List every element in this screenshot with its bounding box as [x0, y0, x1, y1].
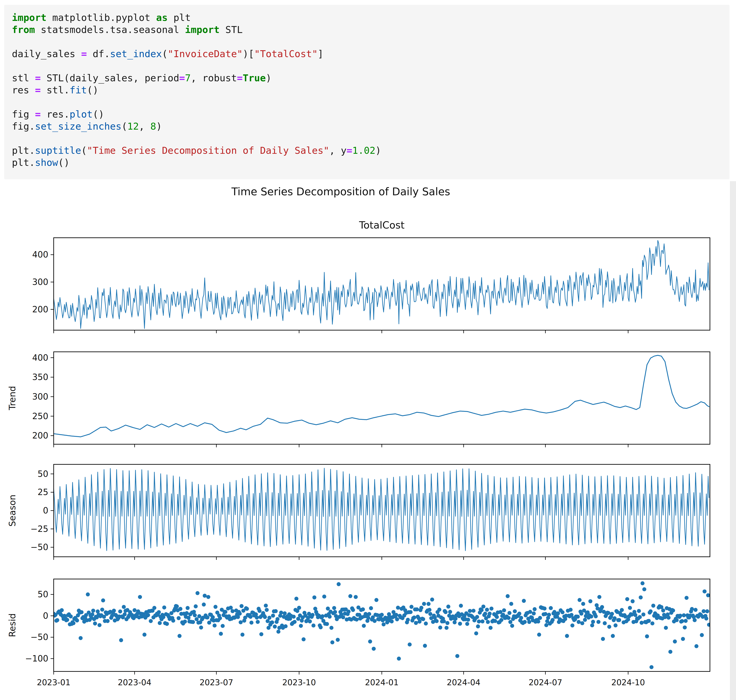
resid-point [194, 604, 198, 608]
resid-point [185, 611, 189, 615]
resid-point [294, 597, 298, 601]
resid-point [152, 606, 156, 610]
resid-point [640, 621, 643, 625]
resid-point [589, 615, 593, 619]
resid-point [489, 607, 494, 611]
y-tick-label: 50 [38, 590, 48, 599]
resid-point [86, 593, 90, 597]
resid-point [523, 620, 527, 624]
resid-point [702, 609, 706, 613]
resid-point [591, 620, 595, 624]
resid-point [171, 619, 175, 623]
resid-point [475, 615, 479, 619]
resid-point [79, 636, 82, 640]
scrollbar-gutter[interactable] [730, 181, 736, 700]
resid-point [238, 612, 242, 616]
resid-point [199, 625, 203, 629]
resid-point [447, 604, 450, 609]
resid-point [279, 611, 283, 615]
resid-point [482, 604, 485, 609]
resid-point [510, 624, 514, 628]
resid-point [489, 626, 492, 630]
resid-point [408, 643, 412, 647]
resid-point [583, 618, 587, 622]
resid-point [229, 606, 233, 610]
resid-point [556, 612, 560, 615]
resid-point [354, 595, 358, 599]
resid-point [690, 607, 694, 611]
resid-point [106, 619, 110, 623]
resid-point [367, 612, 371, 616]
resid-point [549, 606, 553, 610]
resid-point [570, 624, 574, 628]
x-tick-label: 2024-07 [529, 678, 562, 687]
resid-point [90, 612, 94, 616]
resid-point [684, 619, 688, 623]
resid-point [65, 618, 69, 622]
resid-point [610, 612, 614, 616]
resid-point [326, 607, 330, 611]
resid-point [442, 619, 446, 623]
resid-point [195, 591, 200, 595]
y-axis-label-season: Season [7, 495, 18, 526]
resid-point [369, 606, 373, 610]
y-tick-label: −50 [31, 632, 48, 642]
resid-point [673, 640, 677, 643]
subplot-trend: 200250300350400Trend [7, 352, 710, 447]
resid-point [445, 626, 448, 630]
y-axis-label-resid: Resid [7, 613, 18, 637]
resid-point [594, 614, 598, 618]
resid-point [638, 615, 642, 619]
resid-point [693, 618, 697, 622]
y-tick-label: 300 [32, 277, 48, 287]
resid-point [195, 617, 198, 621]
x-tick-label: 2023-01 [37, 678, 71, 687]
resid-point [466, 618, 470, 622]
resid-point [284, 624, 288, 628]
resid-point [527, 620, 531, 624]
y-tick-label: −100 [25, 654, 48, 663]
resid-point [537, 633, 541, 637]
resid-point [75, 619, 79, 622]
resid-point [206, 595, 210, 599]
resid-point [239, 604, 244, 608]
resid-point [396, 606, 400, 610]
resid-point [202, 603, 206, 607]
y-tick-label: 250 [32, 411, 48, 421]
resid-point [219, 632, 223, 636]
resid-point [465, 622, 469, 626]
resid-point [577, 598, 582, 602]
resid-point [421, 617, 425, 621]
resid-point [437, 607, 441, 612]
resid-point [276, 629, 281, 634]
x-tick-label: 2023-04 [118, 678, 151, 687]
y-tick-label: 350 [32, 372, 48, 382]
resid-point [661, 609, 665, 613]
resid-point [533, 607, 537, 611]
resid-point [630, 599, 635, 603]
resid-point [187, 616, 191, 620]
resid-point [485, 608, 489, 612]
resid-point [395, 618, 399, 621]
resid-point [409, 605, 413, 609]
resid-point [683, 625, 687, 629]
resid-point [394, 613, 398, 617]
resid-point [705, 609, 709, 613]
resid-point [667, 616, 671, 620]
resid-point [301, 637, 306, 641]
resid-point [598, 595, 601, 599]
resid-point [203, 594, 207, 598]
resid-point [499, 618, 503, 622]
resid-point [271, 613, 275, 618]
resid-point [351, 608, 355, 612]
subplot-title-totalcost: TotalCost [359, 219, 404, 231]
resid-point [310, 613, 314, 617]
resid-point [192, 610, 196, 614]
resid-point [565, 634, 569, 638]
resid-point [273, 625, 277, 629]
resid-point [647, 619, 651, 623]
resid-point [538, 616, 542, 620]
resid-point [390, 619, 394, 624]
resid-point [241, 633, 245, 637]
resid-point [98, 623, 101, 627]
